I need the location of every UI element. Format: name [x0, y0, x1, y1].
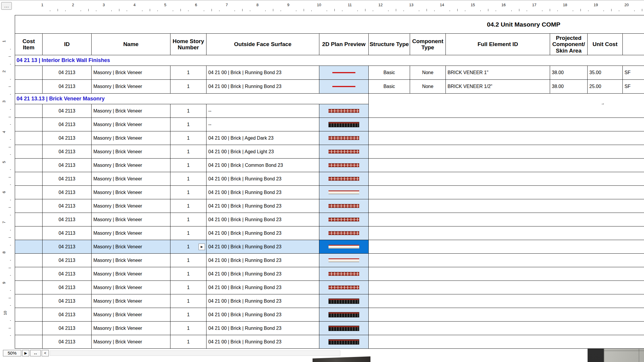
- cell-home-story[interactable]: 1: [170, 80, 206, 93]
- cell-cost-item[interactable]: [15, 335, 43, 348]
- cell-name[interactable]: Masonry | Brick Veneer: [92, 186, 170, 199]
- column-header[interactable]: Home Story Number: [170, 34, 206, 55]
- table-row[interactable]: 04 2113Masonry | Brick Veneer104 21 00 |…: [15, 131, 644, 145]
- cell-surface[interactable]: 04 21 00 | Brick | Running Bond 23: [206, 66, 319, 79]
- cell-name[interactable]: Masonry | Brick Veneer: [92, 267, 170, 281]
- cell-surface[interactable]: 04 21 00 | Brick | Running Bond 23: [206, 186, 319, 199]
- table-row[interactable]: 04 2113Masonry | Brick Veneer1--: [15, 118, 644, 131]
- cell-id[interactable]: 04 2113: [43, 80, 92, 93]
- cell-id[interactable]: 04 2113: [43, 131, 92, 145]
- cell-name[interactable]: Masonry | Brick Veneer: [92, 118, 170, 131]
- cell-structure[interactable]: Basic: [369, 66, 410, 79]
- cell-surface[interactable]: 04 21 00 | Brick | Running Bond 23: [206, 308, 319, 321]
- cell-id[interactable]: 04 2113: [43, 240, 92, 253]
- cell-home-story[interactable]: 1: [170, 294, 206, 308]
- cell-preview[interactable]: [319, 104, 369, 118]
- cell-id[interactable]: 04 2113: [43, 145, 92, 158]
- table-row[interactable]: 04 2113Masonry | Brick Veneer104 21 00 |…: [15, 186, 644, 199]
- cell-structure[interactable]: Basic: [369, 80, 410, 93]
- cell-surface[interactable]: 04 21 00 | Brick | Running Bond 23: [206, 267, 319, 281]
- cell-area[interactable]: 38.00: [550, 66, 588, 79]
- cell-unit-cost[interactable]: 25.00: [588, 80, 623, 93]
- cell-preview[interactable]: [319, 213, 369, 226]
- cell-home-story[interactable]: 1: [170, 335, 206, 348]
- cell-id[interactable]: 04 2113: [43, 104, 92, 118]
- cell-cost-item[interactable]: [15, 226, 43, 240]
- top-ruler[interactable]: 1234567891011121314151617181920: [12, 0, 644, 13]
- cell-cost-item[interactable]: [15, 254, 43, 267]
- cell-home-story[interactable]: 1: [170, 186, 206, 199]
- cell-component[interactable]: None: [410, 80, 446, 93]
- cell-id[interactable]: 04 2113: [43, 294, 92, 308]
- cell-home-story[interactable]: 1: [170, 281, 206, 294]
- table-row[interactable]: 04 2113Masonry | Brick Veneer104 21 00 |…: [15, 294, 644, 308]
- table-row[interactable]: 04 2113Masonry | Brick Veneer104 21 00 |…: [15, 308, 644, 322]
- cell-preview[interactable]: [319, 294, 369, 308]
- cell-cost-item[interactable]: [15, 172, 43, 185]
- zoom-menu-button[interactable]: ▶: [22, 350, 29, 356]
- section-heading[interactable]: 04 21 13 | Interior Brick Wall Finishes: [15, 55, 644, 66]
- cell-preview[interactable]: [319, 281, 369, 294]
- cell-unit[interactable]: SF: [623, 66, 644, 79]
- cell-surface[interactable]: --: [206, 118, 319, 131]
- cell-surface[interactable]: 04 21 00 | Brick | Running Bond 23: [206, 254, 319, 267]
- cell-name[interactable]: Masonry | Brick Veneer: [92, 254, 170, 267]
- cell-id[interactable]: 04 2113: [43, 267, 92, 281]
- cell-cost-item[interactable]: [15, 80, 43, 93]
- cell-name[interactable]: Masonry | Brick Veneer: [92, 308, 170, 321]
- cell-name[interactable]: Masonry | Brick Veneer: [92, 294, 170, 308]
- cell-surface[interactable]: 04 21 00 | Brick | Aged Dark 23: [206, 131, 319, 145]
- table-row[interactable]: 04 2113Masonry | Brick Veneer104 21 00 |…: [15, 80, 644, 94]
- cell-name[interactable]: Masonry | Brick Veneer: [92, 145, 170, 158]
- cell-surface[interactable]: 04 21 00 | Brick | Running Bond 23: [206, 322, 319, 335]
- cell-preview[interactable]: [319, 145, 369, 158]
- cell-name[interactable]: Masonry | Brick Veneer: [92, 66, 170, 79]
- cell-cost-item[interactable]: [15, 281, 43, 294]
- cell-name[interactable]: Masonry | Brick Veneer: [92, 199, 170, 213]
- cell-home-story[interactable]: 1: [170, 308, 206, 321]
- cell-id[interactable]: 04 2113: [43, 226, 92, 240]
- cell-area[interactable]: 38.00: [550, 80, 588, 93]
- cell-name[interactable]: Masonry | Brick Veneer: [92, 80, 170, 93]
- table-row[interactable]: 04 2113Masonry | Brick Veneer104 21 00 |…: [15, 254, 644, 267]
- cell-home-story[interactable]: 1: [170, 145, 206, 158]
- table-row[interactable]: 04 2113Masonry | Brick Veneer104 21 00 |…: [15, 66, 644, 80]
- cell-preview[interactable]: [319, 226, 369, 240]
- table-row[interactable]: 04 2113Masonry | Brick Veneer1▶04 21 00 …: [15, 240, 644, 254]
- cell-cost-item[interactable]: [15, 199, 43, 213]
- cell-preview[interactable]: [319, 322, 369, 335]
- cell-cost-item[interactable]: [15, 131, 43, 145]
- cell-id[interactable]: 04 2113: [43, 118, 92, 131]
- cell-cost-item[interactable]: [15, 145, 43, 158]
- cell-home-story[interactable]: 1: [170, 226, 206, 240]
- cell-preview[interactable]: [319, 66, 369, 79]
- cell-preview[interactable]: [319, 186, 369, 199]
- cell-unit[interactable]: SF: [623, 80, 644, 93]
- cell-surface[interactable]: 04 21 00 | Brick | Aged Light 23: [206, 145, 319, 158]
- cell-preview[interactable]: [319, 308, 369, 321]
- cell-home-story[interactable]: 1: [170, 322, 206, 335]
- cell-unit-cost[interactable]: 35.00: [588, 66, 623, 79]
- column-header[interactable]: Structure Type: [369, 34, 410, 55]
- cell-home-story[interactable]: 1: [170, 254, 206, 267]
- cell-cost-item[interactable]: [15, 322, 43, 335]
- cell-name[interactable]: Masonry | Brick Veneer: [92, 159, 170, 172]
- cell-id[interactable]: 04 2113: [43, 281, 92, 294]
- cell-cost-item[interactable]: [15, 267, 43, 281]
- cell-cost-item[interactable]: [15, 159, 43, 172]
- table-row[interactable]: 04 2113Masonry | Brick Veneer104 21 00 |…: [15, 199, 644, 213]
- cell-home-story[interactable]: 1: [170, 104, 206, 118]
- cell-cost-item[interactable]: [15, 118, 43, 131]
- cell-surface[interactable]: 04 21 00 | Brick | Running Bond 23: [206, 226, 319, 240]
- table-row[interactable]: 04 2113Masonry | Brick Veneer1--: [15, 104, 644, 118]
- cell-preview[interactable]: [319, 131, 369, 145]
- cell-preview[interactable]: [319, 240, 369, 253]
- cell-cost-item[interactable]: [15, 104, 43, 118]
- cell-name[interactable]: Masonry | Brick Veneer: [92, 322, 170, 335]
- table-row[interactable]: 04 2113Masonry | Brick Veneer104 21 00 |…: [15, 267, 644, 281]
- table-row[interactable]: 04 2113Masonry | Brick Veneer104 21 00 |…: [15, 281, 644, 294]
- cell-surface[interactable]: 04 21 00 | Brick | Running Bond 23: [206, 172, 319, 185]
- cell-surface[interactable]: 04 21 00 | Brick | Running Bond 23: [206, 335, 319, 348]
- cell-preview[interactable]: [319, 335, 369, 348]
- cell-name[interactable]: Masonry | Brick Veneer: [92, 172, 170, 185]
